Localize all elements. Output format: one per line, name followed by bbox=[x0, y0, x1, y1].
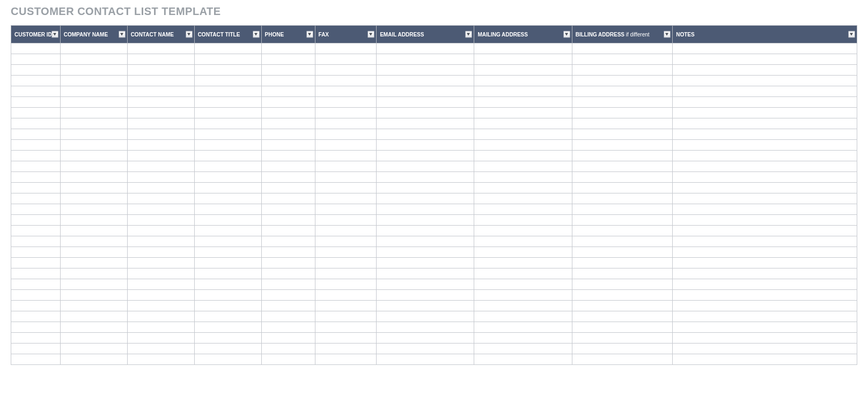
table-cell[interactable] bbox=[377, 129, 474, 140]
table-cell[interactable] bbox=[673, 236, 857, 247]
table-cell[interactable] bbox=[261, 322, 315, 333]
table-cell[interactable] bbox=[315, 344, 377, 354]
table-cell[interactable] bbox=[572, 247, 672, 258]
table-cell[interactable] bbox=[261, 183, 315, 193]
table-cell[interactable] bbox=[315, 76, 377, 86]
table-cell[interactable] bbox=[673, 140, 857, 151]
table-cell[interactable] bbox=[60, 193, 127, 204]
table-cell[interactable] bbox=[474, 43, 572, 54]
table-cell[interactable] bbox=[60, 76, 127, 86]
table-cell[interactable] bbox=[474, 54, 572, 65]
table-cell[interactable] bbox=[60, 65, 127, 76]
table-cell[interactable] bbox=[127, 54, 194, 65]
table-cell[interactable] bbox=[377, 54, 474, 65]
table-cell[interactable] bbox=[261, 344, 315, 354]
table-cell[interactable] bbox=[315, 97, 377, 108]
table-cell[interactable] bbox=[194, 236, 261, 247]
table-cell[interactable] bbox=[474, 279, 572, 290]
table-cell[interactable] bbox=[60, 344, 127, 354]
table-cell[interactable] bbox=[60, 86, 127, 97]
table-cell[interactable] bbox=[261, 311, 315, 322]
table-cell[interactable] bbox=[127, 322, 194, 333]
table-cell[interactable] bbox=[60, 279, 127, 290]
table-cell[interactable] bbox=[572, 279, 672, 290]
table-cell[interactable] bbox=[127, 140, 194, 151]
table-cell[interactable] bbox=[673, 151, 857, 161]
table-cell[interactable] bbox=[261, 333, 315, 344]
table-cell[interactable] bbox=[11, 258, 61, 268]
table-cell[interactable] bbox=[60, 354, 127, 365]
table-cell[interactable] bbox=[127, 204, 194, 215]
table-cell[interactable] bbox=[572, 236, 672, 247]
table-cell[interactable] bbox=[377, 140, 474, 151]
table-cell[interactable] bbox=[11, 97, 61, 108]
table-cell[interactable] bbox=[377, 108, 474, 118]
column-header[interactable]: BILLING ADDRESS if different bbox=[572, 26, 672, 43]
table-cell[interactable] bbox=[474, 311, 572, 322]
table-cell[interactable] bbox=[60, 236, 127, 247]
table-cell[interactable] bbox=[673, 226, 857, 236]
table-cell[interactable] bbox=[11, 204, 61, 215]
table-cell[interactable] bbox=[60, 43, 127, 54]
table-cell[interactable] bbox=[60, 301, 127, 311]
table-cell[interactable] bbox=[572, 43, 672, 54]
table-cell[interactable] bbox=[673, 108, 857, 118]
table-cell[interactable] bbox=[572, 97, 672, 108]
table-cell[interactable] bbox=[127, 236, 194, 247]
table-cell[interactable] bbox=[474, 236, 572, 247]
table-cell[interactable] bbox=[474, 204, 572, 215]
table-cell[interactable] bbox=[11, 333, 61, 344]
table-cell[interactable] bbox=[60, 268, 127, 279]
filter-dropdown-icon[interactable] bbox=[253, 31, 260, 38]
table-cell[interactable] bbox=[127, 172, 194, 183]
table-cell[interactable] bbox=[572, 76, 672, 86]
table-cell[interactable] bbox=[60, 204, 127, 215]
table-cell[interactable] bbox=[474, 344, 572, 354]
table-cell[interactable] bbox=[474, 86, 572, 97]
table-cell[interactable] bbox=[315, 301, 377, 311]
table-cell[interactable] bbox=[673, 344, 857, 354]
table-cell[interactable] bbox=[60, 322, 127, 333]
table-cell[interactable] bbox=[261, 161, 315, 172]
table-cell[interactable] bbox=[11, 76, 61, 86]
table-cell[interactable] bbox=[194, 354, 261, 365]
table-cell[interactable] bbox=[377, 258, 474, 268]
table-cell[interactable] bbox=[474, 333, 572, 344]
table-cell[interactable] bbox=[315, 290, 377, 301]
table-cell[interactable] bbox=[127, 258, 194, 268]
table-cell[interactable] bbox=[11, 161, 61, 172]
table-cell[interactable] bbox=[377, 301, 474, 311]
table-cell[interactable] bbox=[572, 140, 672, 151]
table-cell[interactable] bbox=[377, 344, 474, 354]
table-cell[interactable] bbox=[474, 140, 572, 151]
table-cell[interactable] bbox=[194, 151, 261, 161]
table-cell[interactable] bbox=[315, 279, 377, 290]
table-cell[interactable] bbox=[194, 43, 261, 54]
table-cell[interactable] bbox=[474, 97, 572, 108]
table-cell[interactable] bbox=[474, 322, 572, 333]
table-cell[interactable] bbox=[673, 129, 857, 140]
table-cell[interactable] bbox=[11, 344, 61, 354]
table-cell[interactable] bbox=[315, 43, 377, 54]
table-cell[interactable] bbox=[673, 193, 857, 204]
table-cell[interactable] bbox=[194, 193, 261, 204]
table-cell[interactable] bbox=[194, 301, 261, 311]
table-cell[interactable] bbox=[673, 43, 857, 54]
table-cell[interactable] bbox=[474, 65, 572, 76]
table-cell[interactable] bbox=[60, 183, 127, 193]
table-cell[interactable] bbox=[377, 183, 474, 193]
table-cell[interactable] bbox=[60, 129, 127, 140]
table-cell[interactable] bbox=[572, 151, 672, 161]
table-cell[interactable] bbox=[194, 226, 261, 236]
table-cell[interactable] bbox=[60, 54, 127, 65]
table-cell[interactable] bbox=[673, 279, 857, 290]
table-cell[interactable] bbox=[127, 226, 194, 236]
table-cell[interactable] bbox=[572, 172, 672, 183]
table-cell[interactable] bbox=[11, 268, 61, 279]
table-cell[interactable] bbox=[261, 43, 315, 54]
table-cell[interactable] bbox=[377, 311, 474, 322]
filter-dropdown-icon[interactable] bbox=[848, 31, 855, 38]
table-cell[interactable] bbox=[572, 333, 672, 344]
filter-dropdown-icon[interactable] bbox=[367, 31, 374, 38]
table-cell[interactable] bbox=[377, 161, 474, 172]
